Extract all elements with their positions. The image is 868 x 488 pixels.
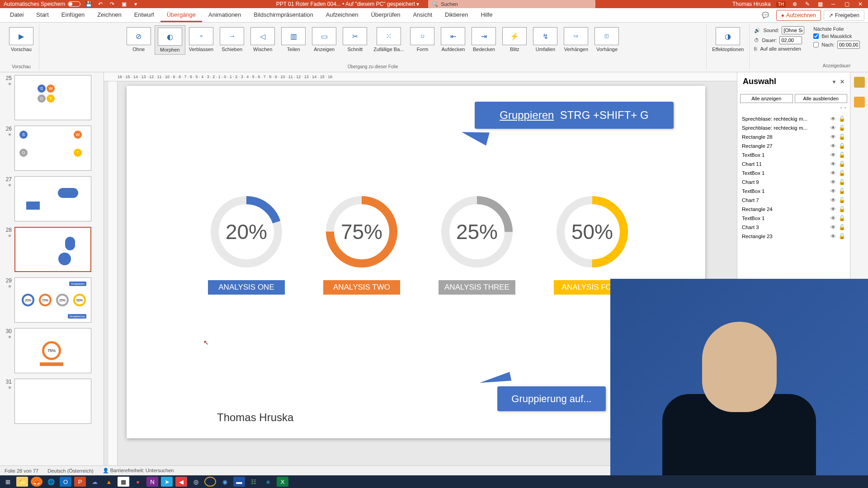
user-name[interactable]: Thomas Hruska [732, 1, 771, 7]
lock-icon[interactable]: 🔓 [839, 116, 845, 122]
lock-icon[interactable]: 🔓 [839, 188, 845, 194]
after-input[interactable] [837, 41, 860, 49]
transition-form[interactable]: ○Form [407, 25, 437, 55]
selection-item[interactable]: Chart 7👁🔓 [737, 196, 850, 205]
visibility-icon[interactable]: 👁 [830, 233, 836, 239]
powerpoint-icon[interactable]: P [74, 477, 86, 487]
search-input[interactable]: 🔍 Suchen [428, 0, 595, 8]
transition-morphen[interactable]: ◐Morphen [155, 25, 185, 55]
preview-button[interactable]: ▶ Vorschau [6, 25, 36, 54]
selection-item[interactable]: Sprechblase: rechteckig m...👁🔓 [737, 123, 850, 132]
redo-icon[interactable]: ↷ [108, 0, 116, 8]
show-all-button[interactable]: Alle anzeigen [740, 94, 793, 103]
selection-item[interactable]: TextBox 1👁🔓 [737, 187, 850, 196]
telegram-icon[interactable]: ➤ [161, 477, 173, 487]
transition-verhängen[interactable]: ⎃Verhängen [561, 25, 591, 55]
start-button[interactable]: ⊞ [2, 477, 14, 487]
hide-all-button[interactable]: Alle ausblenden [795, 94, 848, 103]
globe-icon[interactable]: ⊕ [791, 0, 798, 8]
chevron-down-icon[interactable]: ▾ [833, 79, 835, 85]
selection-item[interactable]: Chart 11👁🔓 [737, 160, 850, 169]
selection-item[interactable]: TextBox 1👁🔓 [737, 214, 850, 223]
lock-icon[interactable]: 🔓 [839, 206, 845, 212]
callout-group[interactable]: Gruppieren STRG +SHIFT+ G [475, 102, 674, 129]
callout-ungroup[interactable]: Gruppierung auf... [497, 386, 606, 411]
minimize-button[interactable]: ─ [829, 1, 837, 7]
language-status[interactable]: Deutsch (Österreich) [47, 468, 93, 474]
menu-tab-zeichnen[interactable]: Zeichnen [91, 9, 127, 22]
slide-thumb-31[interactable] [14, 379, 91, 424]
excel-icon[interactable]: X [277, 477, 288, 487]
transition-wischen[interactable]: ◁Wischen [248, 25, 278, 55]
menu-tab-übergänge[interactable]: Übergänge [160, 9, 202, 22]
lock-icon[interactable]: 🔓 [839, 161, 845, 167]
duration-input[interactable] [779, 36, 802, 44]
lock-icon[interactable]: 🔓 [839, 197, 845, 203]
slide-thumb-29[interactable]: Gruppieren20%75%25%50%Gruppierung [14, 277, 91, 323]
save-icon[interactable]: 💾 [85, 0, 92, 8]
designer-icon[interactable] [854, 77, 865, 88]
visibility-icon[interactable]: 👁 [830, 197, 836, 203]
onenote-icon[interactable]: N [146, 477, 158, 487]
slide-thumb-28[interactable] [14, 227, 91, 272]
lock-icon[interactable]: 🔓 [839, 224, 845, 230]
visibility-icon[interactable]: 👁 [830, 179, 836, 185]
donut-chart-3[interactable]: 25%ANALYSIS THREE [439, 194, 515, 295]
menu-tab-animationen[interactable]: Animationen [202, 9, 247, 22]
lock-icon[interactable]: 🔓 [839, 143, 845, 149]
firefox-icon[interactable]: 🦊 [31, 477, 42, 487]
transition-umfallen[interactable]: ↯Umfallen [530, 25, 560, 55]
undo-icon[interactable]: ↶ [97, 0, 104, 8]
on-click-checkbox[interactable] [813, 33, 819, 39]
selection-item[interactable]: Sprechblase: rechteckig m...👁🔓 [737, 114, 850, 123]
apply-all-button[interactable]: ⎘ Auf alle anwenden [754, 46, 804, 52]
app-icon[interactable]: ◉ [219, 477, 231, 487]
slide-thumb-27[interactable] [14, 176, 91, 221]
visibility-icon[interactable]: 👁 [830, 125, 836, 131]
app-icon[interactable]: ◀ [175, 477, 187, 487]
visibility-icon[interactable]: 👁 [830, 161, 836, 167]
app-icon[interactable]: ☁ [89, 477, 100, 487]
slide-thumb-30[interactable]: 75% [14, 328, 91, 373]
record-button[interactable]: ● Aufzeichnen [776, 10, 821, 21]
after-checkbox[interactable] [813, 42, 819, 47]
maximize-button[interactable]: ▢ [843, 1, 851, 7]
draw-icon[interactable]: ✎ [804, 0, 811, 8]
dropdown-icon[interactable]: ▾ [132, 0, 139, 8]
lock-icon[interactable]: 🔓 [839, 152, 845, 158]
transition-vorhänge[interactable]: ⎅Vorhänge [592, 25, 622, 55]
sort-up-icon[interactable]: ˄ [840, 107, 842, 112]
donut-chart-2[interactable]: 75%ANALYSIS TWO [323, 194, 400, 295]
window-icon[interactable]: ▦ [816, 0, 824, 8]
visibility-icon[interactable]: 👁 [830, 206, 836, 212]
slide-thumb-25[interactable]: SWOT [14, 75, 91, 120]
selection-item[interactable]: TextBox 1👁🔓 [737, 150, 850, 160]
close-pane-icon[interactable]: ✕ [840, 79, 844, 85]
visibility-icon[interactable]: 👁 [830, 134, 836, 140]
present-icon[interactable]: ▣ [120, 0, 127, 8]
sort-down-icon[interactable]: ˅ [844, 107, 846, 112]
edge-icon[interactable]: e [262, 477, 274, 487]
menu-tab-diktieren[interactable]: Diktieren [439, 9, 474, 22]
selection-item[interactable]: Rectangle 28👁🔓 [737, 132, 850, 141]
visibility-icon[interactable]: 👁 [830, 152, 836, 158]
visibility-icon[interactable]: 👁 [830, 170, 836, 176]
lock-icon[interactable]: 🔓 [839, 125, 845, 131]
transition-ohne[interactable]: ⊘Ohne [124, 25, 154, 55]
obs-icon[interactable]: ◎ [190, 477, 202, 487]
lock-icon[interactable]: 🔓 [839, 233, 845, 239]
menu-tab-hilfe[interactable]: Hilfe [474, 9, 499, 22]
visibility-icon[interactable]: 👁 [830, 188, 836, 194]
donut-chart-1[interactable]: 20%ANALYSIS ONE [208, 194, 285, 295]
menu-tab-einfügen[interactable]: Einfügen [55, 9, 91, 22]
transition-bedecken[interactable]: ⇥Bedecken [469, 25, 499, 55]
transition-aufdecken[interactable]: ⇤Aufdecken [438, 25, 468, 55]
visibility-icon[interactable]: 👁 [830, 215, 836, 221]
vlc-icon[interactable]: ▲ [103, 477, 115, 487]
filename[interactable]: PPT 01 Roter Faden 004... • Auf "diesem … [276, 1, 420, 7]
lock-icon[interactable]: 🔓 [839, 170, 845, 176]
transition-blitz[interactable]: ⚡Blitz [500, 25, 529, 55]
share-button[interactable]: ↗ Freigeben [824, 10, 864, 21]
visibility-icon[interactable]: 👁 [830, 116, 836, 122]
app-icon[interactable]: ▬ [233, 477, 245, 487]
